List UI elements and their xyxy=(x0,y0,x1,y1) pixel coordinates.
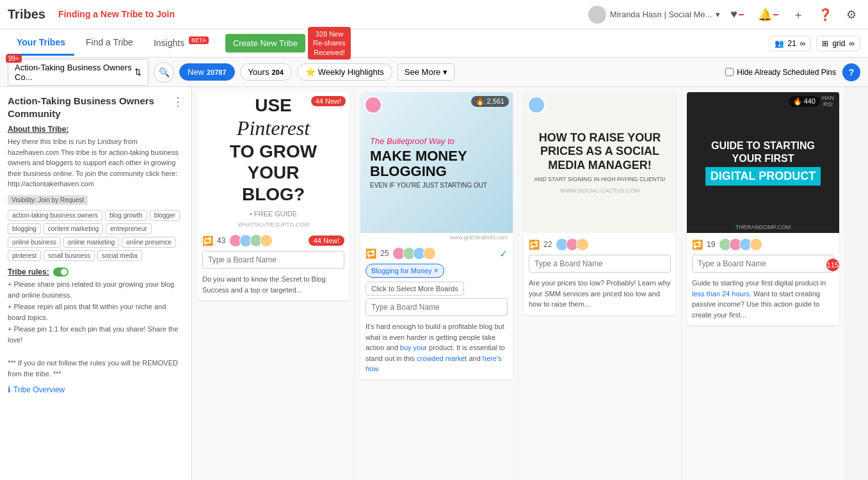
pin-footer-1: 🔁 43 44 New! Do you want to know the Sec… xyxy=(197,229,350,300)
filter-new[interactable]: New 20787 xyxy=(179,63,235,81)
pin-footer-2: 🔁 25 ✓ Blogging for Money xyxy=(360,242,513,380)
tag-blogging[interactable]: blogging xyxy=(8,223,41,234)
pin-subtext-1: • FREE GUIDE xyxy=(250,210,297,218)
click-select-more-boards-button[interactable]: Click to Select More Boards xyxy=(366,282,464,296)
avatar-1d xyxy=(260,234,273,247)
tag-pinterest[interactable]: pinterest xyxy=(8,250,41,261)
repin-count-3: 22 xyxy=(543,240,552,249)
tag-blog-growth[interactable]: blog growth xyxy=(105,210,147,221)
top-annotation: Finding a New Tribe to Join xyxy=(58,9,175,20)
reshares-badge[interactable]: 328 New Re-shares Received! xyxy=(308,27,351,60)
info-icon: ℹ xyxy=(8,385,11,394)
fire-badge-2: 🔥 2,561 xyxy=(471,96,509,107)
question-icon-btn[interactable]: ❓ xyxy=(814,5,836,24)
board-tag-row-2: Blogging for Money × xyxy=(366,264,508,278)
tag-list: action-taking business owners blog growt… xyxy=(8,210,184,261)
see-more-button[interactable]: See More ▾ xyxy=(398,63,454,81)
hide-scheduled-label: Hide Already Scheduled Pins xyxy=(737,68,836,77)
tabs-bar: Your Tribes Find a Tribe Insights BETA C… xyxy=(0,29,868,58)
board-input-2[interactable] xyxy=(366,298,508,316)
help-button[interactable]: ? xyxy=(842,63,860,81)
pin-card-1: USE Pinterest TO GROWYOURBLOG? • FREE GU… xyxy=(197,92,350,300)
pin-image-3: HOW TO RAISE YOUR PRICES AS A SOCIAL MED… xyxy=(524,92,676,233)
board-tag-blogging: Blogging for Money × xyxy=(366,264,444,278)
filter-weekly-highlights[interactable]: ⭐ Weekly Highlights xyxy=(297,63,392,81)
bell-icon-btn[interactable]: 🔔 xyxy=(754,5,782,24)
sidebar: Action-Taking Business Owners Community … xyxy=(0,87,192,480)
pin-headline-3: HOW TO RAISE YOUR PRICES AS A SOCIAL MED… xyxy=(533,131,666,173)
tab-insights[interactable]: Insights BETA xyxy=(145,31,218,56)
tag-online-presence[interactable]: online presence xyxy=(122,237,176,248)
pin-stats-2: 🔁 25 ✓ xyxy=(366,247,508,260)
board-input-4[interactable] xyxy=(692,255,834,273)
new-badge-1: 44 New! xyxy=(311,96,346,106)
pin-headline-2: MAKE MONEY BLOGGING xyxy=(370,148,503,179)
tribe-rules-label: Tribe rules: xyxy=(8,268,184,276)
badge-99-plus: 99+ xyxy=(6,54,22,63)
tag-action-taking-business[interactable]: action-taking business owners xyxy=(8,210,102,221)
tag-social-media[interactable]: social media xyxy=(97,250,142,261)
tag-content-marketing[interactable]: content marketing xyxy=(44,223,104,234)
grid-icon: ⊞ xyxy=(822,39,828,48)
avatar-4d xyxy=(750,238,762,251)
chevron-down-icon: ▾ xyxy=(443,67,447,77)
content-area: USE Pinterest TO GROWYOURBLOG? • FREE GU… xyxy=(192,87,868,480)
user-avatar xyxy=(588,6,606,24)
star-icon: ⭐ xyxy=(305,67,316,77)
avatar-2d xyxy=(423,247,436,260)
pin-desc-4: Guide to starting your first digital pro… xyxy=(692,278,834,320)
filter-yours[interactable]: Yours 204 xyxy=(240,63,292,81)
gear-icon-btn[interactable]: ⚙ xyxy=(842,5,860,24)
tribe-overview-link[interactable]: ℹ Tribe Overview xyxy=(8,385,184,394)
app-logo: Tribes xyxy=(8,7,45,22)
repin-icon-3: 🔁 xyxy=(529,239,540,250)
pin-card-4: HANRS! 🔥 440 GUIDE TO STARTING YOUR FIRS… xyxy=(687,92,839,325)
tab-your-tribes[interactable]: Your Tribes xyxy=(8,31,74,56)
main-content: Action-Taking Business Owners Community … xyxy=(0,87,868,480)
notification-badge-4: 115 xyxy=(826,259,839,271)
user-info[interactable]: Miranda Hasn | Social Me... ▾ xyxy=(588,6,720,24)
tag-blogger[interactable]: blogger xyxy=(150,210,180,221)
tab-find-tribe[interactable]: Find a Tribe xyxy=(77,31,142,56)
plus-icon-btn[interactable]: ＋ xyxy=(789,4,808,25)
chevron-down-icon: ▾ xyxy=(716,10,720,19)
tribes-members-box: 👥 21 ∞ xyxy=(769,36,812,51)
pin-footer-4: 🔁 19 115 Guide to st xyxy=(687,233,839,325)
pin-column-3: HOW TO RAISE YOUR PRICES AS A SOCIAL MED… xyxy=(518,87,682,480)
pin-desc-1: Do you want to know the Secret to Blog S… xyxy=(202,274,344,295)
tribe-menu-button[interactable]: ⋮ xyxy=(172,95,184,109)
filter-right: Hide Already Scheduled Pins ? xyxy=(725,63,860,81)
pin-card-3: HOW TO RAISE YOUR PRICES AS A SOCIAL MED… xyxy=(524,92,676,315)
sidebar-header: Action-Taking Business Owners Community … xyxy=(8,95,184,120)
tribe-rules-toggle[interactable] xyxy=(53,268,68,276)
pin-headline-4: GUIDE TO STARTING YOUR FIRST xyxy=(696,140,830,164)
tribe-selector-dropdown[interactable]: 99+ Action-Taking Business Owners Co... … xyxy=(8,59,149,86)
tag-online-marketing[interactable]: online marketing xyxy=(63,237,119,248)
top-nav: Tribes Finding a New Tribe to Join Miran… xyxy=(0,0,868,29)
pin-column-2: The Bulletproof Way to MAKE MONEY BLOGGI… xyxy=(355,87,518,480)
avatar-3c xyxy=(576,238,589,251)
repin-count-4: 19 xyxy=(707,240,715,249)
tabs-right: 👥 21 ∞ ⊞ grid ∞ xyxy=(769,36,861,51)
repin-count-2: 25 xyxy=(380,249,389,258)
pin-column-4: HANRS! 🔥 440 GUIDE TO STARTING YOUR FIRS… xyxy=(682,87,845,480)
people-icon: 👥 xyxy=(775,39,784,48)
pin-url-1: WHATSKATIESUPTO.COM xyxy=(197,220,350,229)
hide-scheduled-checkbox[interactable] xyxy=(725,68,734,76)
tribes-grid-box: ⊞ grid ∞ xyxy=(816,36,860,51)
heart-icon-btn[interactable]: ♥ xyxy=(727,5,748,24)
checkmark-icon-2: ✓ xyxy=(499,248,508,260)
tag-entrepreneur[interactable]: entrepreneur xyxy=(106,223,151,234)
search-button[interactable]: 🔍 xyxy=(154,62,174,83)
board-tag-remove-btn[interactable]: × xyxy=(434,266,438,275)
repin-count-1: 43 xyxy=(217,236,225,245)
pin-subtext-2: EVEN IF YOU'RE JUST STARTING OUT xyxy=(370,182,503,189)
beta-badge: BETA xyxy=(189,36,209,44)
top-nav-right: Miranda Hasn | Social Me... ▾ ♥ 🔔 ＋ ❓ ⚙ xyxy=(588,4,860,25)
tag-small-business[interactable]: small business xyxy=(44,250,95,261)
board-input-1[interactable] xyxy=(202,251,344,269)
board-input-3[interactable] xyxy=(529,255,671,273)
tag-online-business[interactable]: online business xyxy=(8,237,61,248)
pin-desc-3: Are your prices too low? Probably! Learn… xyxy=(529,278,671,310)
create-tribe-button[interactable]: Create New Tribe xyxy=(225,34,305,52)
